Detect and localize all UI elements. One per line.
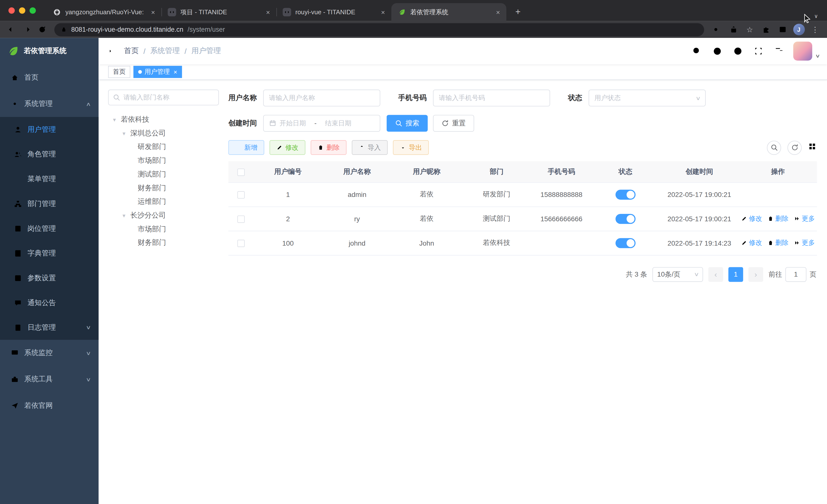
header-search-icon[interactable] [691,45,703,57]
add-button[interactable]: 新增 [229,140,264,155]
fullscreen-icon[interactable] [752,45,765,57]
forward-button[interactable] [19,22,34,37]
tab-close-icon[interactable]: × [150,8,156,16]
tree-node[interactable]: ▾长沙分公司 [108,209,219,223]
username-input[interactable] [269,95,375,102]
tab-close-icon[interactable]: × [265,8,271,16]
toggle-search-button[interactable] [767,141,781,155]
status-toggle[interactable] [616,189,635,200]
goto-page-input[interactable] [785,267,807,281]
github-icon[interactable] [711,45,724,57]
back-button[interactable] [4,22,18,37]
edit-button[interactable]: 修改 [270,140,305,155]
tab-overflow-chevron-icon[interactable]: ∨ [814,13,818,19]
share-icon[interactable] [726,22,741,37]
import-button[interactable]: 导入 [352,140,388,155]
caret-down-icon[interactable]: ▾ [121,130,127,137]
help-icon[interactable] [732,45,744,57]
row-delete-link[interactable]: 删除 [768,214,789,223]
status-toggle[interactable] [616,238,635,248]
export-button[interactable]: 导出 [393,140,429,155]
row-edit-link[interactable]: 修改 [741,238,762,247]
breadcrumb-system[interactable]: 系统管理 [150,47,180,56]
page-size-select[interactable]: 10条/页 ∨ [652,267,703,281]
sidebar-item-system-management[interactable]: 系统管理 ∧ [0,91,99,117]
avatar-dropdown-caret-icon[interactable]: ∨ [815,53,820,58]
browser-profile-avatar[interactable]: J [791,22,806,37]
tree-node[interactable]: 财务部门 [108,236,219,250]
minimize-window-button[interactable] [19,7,26,14]
tree-node[interactable]: 测试部门 [108,167,219,181]
reload-button[interactable] [35,22,49,37]
extensions-puzzle-icon[interactable] [758,22,774,37]
browser-menu-icon[interactable]: ⋮ [808,22,823,37]
tree-node[interactable]: 市场部门 [108,154,219,168]
caret-down-icon[interactable]: ▾ [111,116,118,123]
tag-home[interactable]: 首页 [108,66,130,78]
tab-close-icon[interactable]: × [380,8,386,16]
next-page-button[interactable]: › [748,267,763,281]
sidebar-item-system-monitor[interactable]: 系统监控 ∨ [0,340,99,366]
sidebar-item-official-site[interactable]: 若依官网 [0,392,99,419]
caret-down-icon[interactable]: ▾ [121,212,127,219]
select-all-checkbox[interactable] [237,168,245,176]
prev-page-button[interactable]: ‹ [709,267,723,281]
breadcrumb-home[interactable]: 首页 [124,47,139,56]
bookmark-star-icon[interactable]: ☆ [742,22,757,37]
row-edit-link[interactable]: 修改 [741,214,762,223]
row-checkbox[interactable] [237,215,245,223]
reset-button[interactable]: 重置 [433,115,474,132]
column-settings-button[interactable] [808,143,816,153]
tag-user-management-active[interactable]: 用户管理 × [133,66,182,78]
table-row[interactable]: 2 ry 若依 测试部门 15666666666 2022-05-17 19:0… [229,207,817,231]
row-delete-link[interactable]: 删除 [768,238,789,247]
tab-close-icon[interactable]: × [495,8,501,16]
sidebar-item-dict-management[interactable]: 字典管理 [0,241,99,266]
tree-node[interactable]: ▾深圳总公司 [108,126,219,140]
sidebar-item-param-settings[interactable]: 参数设置 [0,266,99,290]
side-panel-icon[interactable] [775,22,790,37]
font-size-icon[interactable] [773,45,785,57]
status-toggle[interactable] [616,214,635,224]
date-range-picker[interactable]: 开始日期 - 结束日期 [263,115,380,132]
tree-node[interactable]: 市场部门 [108,222,219,236]
sidebar-item-home[interactable]: 首页 [0,64,99,91]
zoom-window-button[interactable] [30,7,36,14]
delete-button[interactable]: 删除 [310,140,347,155]
user-avatar[interactable] [793,42,813,60]
browser-tab-rouyi-vue[interactable]: rouyi-vue - TITANIDE × [277,3,391,21]
tree-node[interactable]: 研发部门 [108,140,219,154]
sidebar-item-role-management[interactable]: 角色管理 [0,142,99,166]
row-checkbox[interactable] [237,191,245,199]
sidebar-item-user-management[interactable]: 用户管理 [0,117,99,142]
browser-tab-ruoyi-admin-active[interactable]: 若依管理系统 × [391,3,506,21]
address-bar[interactable]: 8081-rouyi-vue-demo.cloud.titanide.cn/sy… [54,23,704,36]
tag-close-icon[interactable]: × [174,68,177,76]
table-row[interactable]: 100 johnd John 若依科技 2022-05-17 19:14:23 … [229,231,817,255]
sidebar-item-menu-management[interactable]: 菜单管理 [0,166,99,191]
sidebar-item-dept-management[interactable]: 部门管理 [0,191,99,216]
sidebar-item-log-management[interactable]: 日志管理 ∨ [0,315,99,340]
sidebar-toggle-icon[interactable] [104,42,122,60]
tree-node[interactable]: 财务部门 [108,181,219,195]
close-window-button[interactable] [8,7,15,14]
row-checkbox[interactable] [237,240,245,247]
row-more-link[interactable]: 更多 [794,238,815,247]
search-button[interactable]: 搜索 [387,115,428,132]
phone-input[interactable] [439,95,544,102]
tree-node[interactable]: ▾若依科技 [108,113,219,127]
password-key-icon[interactable] [709,22,725,37]
table-row[interactable]: 1 admin 若依 研发部门 15888888888 2022-05-17 1… [229,182,817,207]
refresh-table-button[interactable] [787,141,801,155]
new-tab-button[interactable]: + [512,7,524,17]
row-more-link[interactable]: 更多 [794,214,815,223]
sidebar-item-post-management[interactable]: 岗位管理 [0,216,99,241]
tree-node[interactable]: 运维部门 [108,195,219,209]
page-1-button[interactable]: 1 [728,267,743,281]
browser-tab-ruoyi-github[interactable]: yangzongzhuan/RuoYi-Vue: (R × [47,3,161,21]
status-select[interactable]: 用户状态 ∨ [588,90,706,106]
browser-tab-project[interactable]: 项目 - TITANIDE × [161,3,277,21]
sidebar-item-notice[interactable]: 通知公告 [0,290,99,315]
dept-search-input[interactable] [123,94,214,101]
sidebar-item-system-tools[interactable]: 系统工具 ∨ [0,366,99,392]
